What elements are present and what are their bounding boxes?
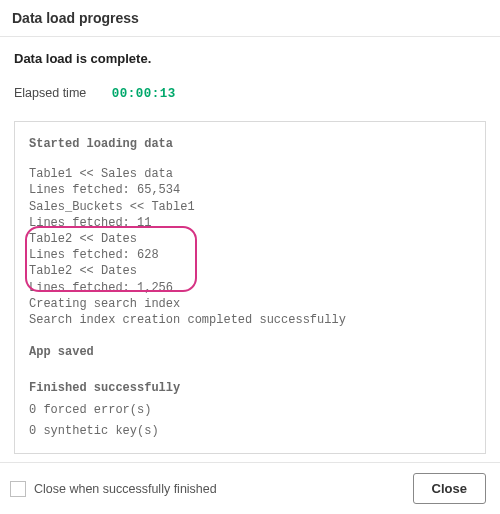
log-output: Started loading data Table1 << Sales dat… — [14, 121, 486, 454]
log-line: Creating search index — [29, 296, 471, 312]
log-line: Table1 << Sales data — [29, 166, 471, 182]
dialog-header: Data load progress — [0, 0, 500, 37]
dialog-title: Data load progress — [12, 10, 488, 26]
close-button[interactable]: Close — [413, 473, 486, 504]
status-message: Data load is complete. — [14, 51, 486, 66]
elapsed-label: Elapsed time — [14, 86, 86, 100]
log-heading-started: Started loading data — [29, 136, 471, 152]
log-line: Lines fetched: 628 — [29, 247, 471, 263]
log-line: Table2 << Dates — [29, 231, 471, 247]
log-line: Table2 << Dates — [29, 263, 471, 279]
status-row: Data load is complete. — [0, 37, 500, 70]
log-line: Lines fetched: 1,256 — [29, 280, 471, 296]
log-line: Lines fetched: 11 — [29, 215, 471, 231]
log-forced-errors: 0 forced error(s) — [29, 402, 471, 418]
close-when-finished-option[interactable]: Close when successfully finished — [10, 481, 217, 497]
log-line: Sales_Buckets << Table1 — [29, 199, 471, 215]
dialog-footer: Close when successfully finished Close — [0, 462, 500, 514]
checkbox-label: Close when successfully finished — [34, 482, 217, 496]
log-heading-finished: Finished successfully — [29, 380, 471, 396]
log-line: Search index creation completed successf… — [29, 312, 471, 328]
elapsed-value: 00:00:13 — [112, 87, 176, 101]
log-synthetic-keys: 0 synthetic key(s) — [29, 423, 471, 439]
log-line: Lines fetched: 65,534 — [29, 182, 471, 198]
log-heading-appsaved: App saved — [29, 344, 471, 360]
checkbox-icon[interactable] — [10, 481, 26, 497]
elapsed-row: Elapsed time 00:00:13 — [0, 70, 500, 111]
